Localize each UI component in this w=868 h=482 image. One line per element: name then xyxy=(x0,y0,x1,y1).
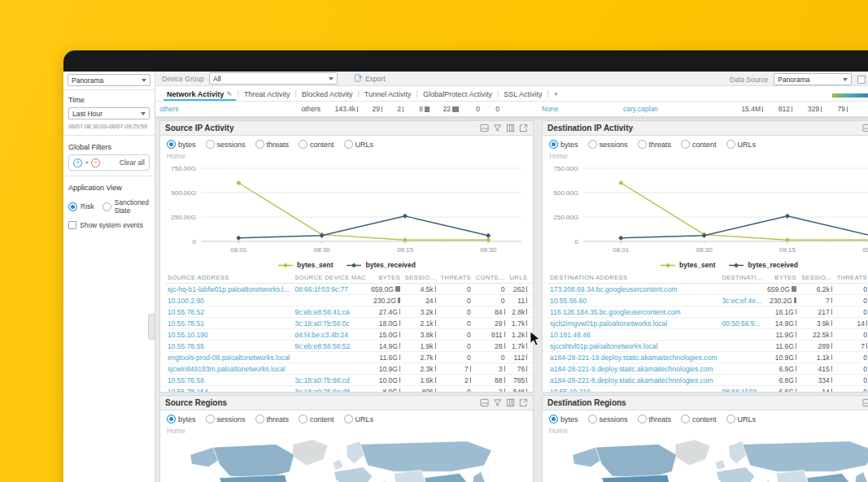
address-link[interactable]: 10.55.10.219 xyxy=(550,388,591,393)
tab-ssl-activity[interactable]: SSL Activity xyxy=(500,89,545,101)
address-link[interactable]: sjc-hq-b1-labfw01p.paloaltonetworks.l... xyxy=(168,285,289,293)
address-link[interactable]: engtools-prod-08.paloaltonetworks.local xyxy=(168,354,290,362)
context-select[interactable]: Panorama xyxy=(68,74,150,86)
columns-icon[interactable] xyxy=(506,124,515,132)
sidebar-collapse-handle[interactable] xyxy=(148,314,155,340)
column-header[interactable]: BYTES xyxy=(369,272,403,284)
address-link[interactable]: 10.100.2.90 xyxy=(168,297,204,305)
column-header[interactable]: SOURCE DEVICE MAC xyxy=(292,272,369,284)
address-link[interactable]: sjcwin849193m.paloaltonetworks.local xyxy=(168,365,286,373)
tab-blocked-activity[interactable]: Blocked Activity xyxy=(299,89,356,101)
metric-sessions[interactable]: sessions xyxy=(588,415,628,423)
threat-link[interactable]: None xyxy=(542,105,623,113)
mac-link[interactable]: 3c:18:a0:75:9a:d8 xyxy=(294,388,350,393)
address-link[interactable]: 10.55.78.55 xyxy=(168,342,204,350)
breadcrumb[interactable]: Home xyxy=(543,151,868,160)
address-link[interactable]: 10.55.78.154 xyxy=(168,388,208,393)
metric-threats[interactable]: threats xyxy=(255,415,290,423)
tab-tunnel-activity[interactable]: Tunnel Activity xyxy=(361,89,415,101)
columns-icon[interactable] xyxy=(506,398,515,407)
metric-content[interactable]: content xyxy=(681,140,717,149)
tab-threat-activity[interactable]: Threat Activity xyxy=(241,89,294,101)
address-link[interactable]: 10.181.48.46 xyxy=(550,331,591,339)
metric-bytes[interactable]: bytes xyxy=(167,415,196,423)
time-range-select[interactable]: Last Hour xyxy=(68,107,150,119)
address-link[interactable]: sjccshtvl01p.paloaltonetworks.local xyxy=(550,342,657,350)
column-header[interactable]: BYTES xyxy=(765,272,799,284)
metric-bytes[interactable]: bytes xyxy=(549,415,578,423)
mac-link[interactable]: 3c:ec:ef:4e... xyxy=(722,297,761,305)
column-header[interactable]: THREATS xyxy=(835,272,868,284)
address-link[interactable]: a184-28-221-9.deploy.static.akamaitechno… xyxy=(550,365,713,373)
column-header[interactable]: SESSIO... xyxy=(403,272,438,284)
metric-sessions[interactable]: sessions xyxy=(588,140,628,149)
mac-link[interactable]: 3c:18:a0:7b:66:cd xyxy=(294,376,350,384)
address-link[interactable]: a184-28-221-19.deploy.static.akamaitechn… xyxy=(550,354,717,362)
metric-sessions[interactable]: sessions xyxy=(206,415,246,423)
chevron-down-icon[interactable] xyxy=(85,162,89,164)
column-header[interactable]: THREATS xyxy=(438,272,473,284)
mac-link[interactable]: 9c:eb:e8:56:56:52 xyxy=(294,342,350,350)
metric-urls[interactable]: URLs xyxy=(344,415,374,423)
metric-content[interactable]: content xyxy=(299,415,334,423)
address-link[interactable]: 173.208.69.34.bc.googleusercontent.com xyxy=(550,285,677,293)
source-regions-map[interactable] xyxy=(167,436,518,482)
mac-link[interactable]: 3c:18:a0:7b:56:0c xyxy=(294,319,350,328)
metric-bytes[interactable]: bytes xyxy=(167,140,196,149)
metric-bytes[interactable]: bytes xyxy=(549,140,578,149)
column-header[interactable]: DESTINATION ADDRESS xyxy=(547,272,719,284)
data-source-select[interactable]: Panorama xyxy=(774,73,852,85)
column-header[interactable]: URLS xyxy=(508,272,530,284)
address-link[interactable]: 10.55.66.60 xyxy=(550,297,587,305)
filter-icon[interactable] xyxy=(493,398,502,407)
address-link[interactable]: 116.126.184.35.bc.googleusercontent.com xyxy=(550,308,681,316)
breadcrumb[interactable]: Home xyxy=(160,426,533,435)
export-image-icon[interactable] xyxy=(862,398,868,407)
metric-content[interactable]: content xyxy=(299,140,334,149)
destination-ip-chart[interactable]: 750.00G500.00G250.00G008:0108:3009:1509:… xyxy=(543,160,868,256)
user-link[interactable]: cary.caplan xyxy=(623,105,722,113)
source-ip-chart[interactable]: 750.00G500.00G250.00G008:0108:3009:1509:… xyxy=(160,160,525,256)
mac-link[interactable]: d4:f4:be:c3:4b:24 xyxy=(294,331,348,339)
show-system-events-checkbox[interactable]: Show system events xyxy=(68,221,150,229)
tab-network-activity[interactable]: Network Activity✎ xyxy=(164,89,236,101)
open-external-icon[interactable] xyxy=(519,398,528,407)
address-link[interactable]: 10.55.76.56 xyxy=(168,376,204,384)
export-image-icon[interactable] xyxy=(480,124,489,132)
address-link[interactable]: 10.55.10.190 xyxy=(168,331,208,339)
tab--[interactable]: + xyxy=(551,89,561,101)
add-filter-icon[interactable]: + xyxy=(73,158,82,167)
app-link[interactable]: others xyxy=(159,105,281,113)
mac-link[interactable]: 9c:eb:e8:56:41:ca xyxy=(294,308,350,316)
clear-all-button[interactable]: Clear all xyxy=(120,158,145,167)
risk-radio[interactable]: Risk xyxy=(68,198,94,215)
edit-pencil-icon[interactable]: ✎ xyxy=(226,90,233,98)
breadcrumb[interactable]: Home xyxy=(160,151,533,160)
mac-link[interactable]: 00:50:56:9... xyxy=(722,319,760,328)
metric-urls[interactable]: URLs xyxy=(726,140,757,149)
column-header[interactable]: DESTINATI... xyxy=(719,272,765,284)
destination-regions-map[interactable] xyxy=(549,436,868,482)
mac-link[interactable]: 08:66:1f:03... xyxy=(722,388,762,393)
open-external-icon[interactable] xyxy=(519,124,528,132)
metric-threats[interactable]: threats xyxy=(638,140,672,149)
export-image-icon[interactable] xyxy=(480,398,489,407)
mac-link[interactable]: 08:66:1f:03:9c:77 xyxy=(294,285,348,293)
column-header[interactable]: SESSIO... xyxy=(799,272,835,284)
column-header[interactable]: CONTE... xyxy=(473,272,508,284)
sanctioned-state-radio[interactable]: Sanctioned State xyxy=(103,198,150,215)
metric-sessions[interactable]: sessions xyxy=(206,140,246,149)
address-link[interactable]: 10.55.78.51 xyxy=(168,319,204,328)
column-header[interactable]: SOURCE ADDRESS xyxy=(165,272,292,284)
metric-content[interactable]: content xyxy=(681,415,717,423)
metric-urls[interactable]: URLs xyxy=(344,140,374,149)
metric-threats[interactable]: threats xyxy=(255,140,290,149)
metric-urls[interactable]: URLs xyxy=(726,415,757,423)
metric-threats[interactable]: threats xyxy=(638,415,672,423)
device-group-select[interactable]: All xyxy=(209,72,338,85)
address-link[interactable]: sjcb2imgvw01p.paloaltonetworks.local xyxy=(550,319,667,328)
address-link[interactable]: 10.55.78.52 xyxy=(168,308,204,316)
auto-refresh-checkbox[interactable]: Auto xyxy=(857,76,868,84)
breadcrumb[interactable]: Home xyxy=(543,426,868,435)
export-button[interactable]: Export xyxy=(354,74,386,83)
